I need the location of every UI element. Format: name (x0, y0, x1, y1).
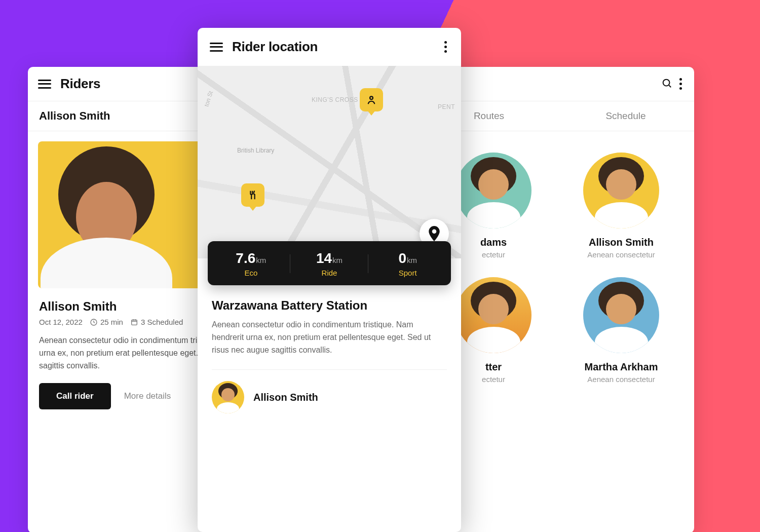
map-label-ton-st: ton St (203, 90, 214, 107)
more-icon[interactable] (442, 39, 449, 55)
map[interactable]: KING'S CROSS PENT British Library ton St (198, 66, 461, 258)
svg-point-2 (663, 79, 670, 86)
station-title: Warzawana Battery Station (212, 298, 447, 313)
people-grid: dams ectetur Allison Smith Aenean consec… (421, 131, 694, 405)
stat-unit: km (256, 256, 266, 264)
avatar (455, 277, 531, 353)
rider-date: Oct 12, 2022 (39, 318, 83, 326)
stat-label: Ride (290, 269, 369, 277)
rider-pin[interactable] (360, 88, 383, 111)
assigned-rider-name: Allison Smith (253, 392, 318, 403)
avatar (212, 381, 244, 413)
directory-screen: t Routes Schedule dams ectetur Allison S… (421, 67, 694, 532)
station-description: Aenean consectetur odio in condimentum t… (212, 319, 447, 370)
person-name: Allison Smith (562, 237, 680, 248)
map-label-pent: PENT (438, 103, 455, 110)
riders-title: Riders (60, 76, 100, 92)
menu-icon[interactable] (38, 80, 51, 89)
person-sub: Aenean consectetur (562, 375, 680, 384)
stat-label: Sport (368, 269, 447, 277)
more-icon[interactable] (677, 76, 684, 92)
svg-point-3 (370, 96, 373, 99)
station-block: Warzawana Battery Station Aenean consect… (198, 285, 461, 370)
map-label-kings-cross: KING'S CROSS (312, 96, 358, 103)
stat-eco: 7.6km Eco (212, 250, 290, 277)
tabs: Routes Schedule (421, 101, 694, 131)
stat-value: 14 (316, 250, 332, 266)
avatar (583, 153, 659, 229)
stat-value: 7.6 (236, 250, 255, 266)
fork-knife-icon (247, 189, 258, 201)
clock-icon (90, 318, 98, 326)
stat-value: 0 (398, 250, 406, 266)
person-name: Martha Arkham (562, 361, 680, 373)
map-label-british-library: British Library (237, 147, 274, 154)
stat-unit: km (332, 256, 343, 264)
person-icon (366, 94, 377, 105)
call-rider-button[interactable]: Call rider (39, 383, 111, 409)
calendar-icon (130, 318, 138, 326)
avatar (583, 277, 659, 353)
ride-stats: 7.6km Eco 14km Ride 0km Sport (208, 241, 451, 285)
stat-ride: 14km Ride (290, 250, 369, 277)
stat-unit: km (407, 256, 417, 264)
location-header: Rider location (198, 28, 461, 66)
rider-location-screen: Rider location KING'S CROSS PENT British… (198, 28, 461, 532)
menu-icon[interactable] (210, 43, 223, 52)
more-details-link[interactable]: More details (124, 391, 171, 401)
tab-schedule[interactable]: Schedule (557, 101, 694, 131)
stat-label: Eco (212, 269, 290, 277)
search-icon[interactable] (661, 78, 672, 91)
rider-duration: 25 min (90, 318, 123, 326)
rider-scheduled: 3 Scheduled (130, 318, 183, 326)
location-title: Rider location (232, 39, 318, 55)
directory-header: t (421, 67, 694, 101)
person-card[interactable]: Allison Smith Aenean consectetur (562, 153, 680, 259)
person-sub: Aenean consectetur (562, 250, 680, 259)
avatar (455, 153, 531, 229)
svg-rect-1 (132, 320, 137, 325)
location-pin-icon (428, 226, 441, 241)
assigned-rider[interactable]: Allison Smith (198, 370, 461, 425)
stat-sport: 0km Sport (368, 250, 447, 277)
restaurant-pin[interactable] (241, 183, 264, 207)
person-card[interactable]: Martha Arkham Aenean consectetur (562, 277, 680, 384)
